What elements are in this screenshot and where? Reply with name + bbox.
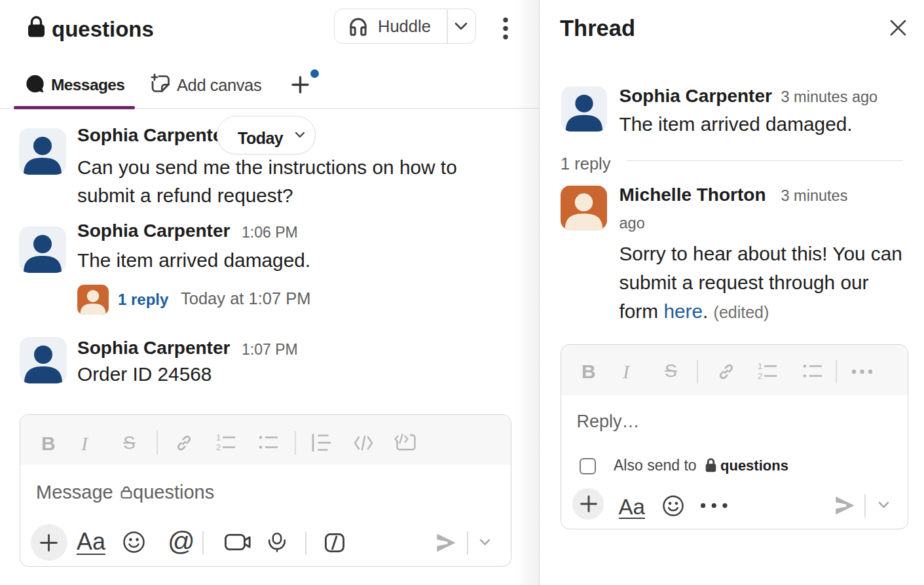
svg-text:1: 1 bbox=[758, 361, 762, 371]
svg-text:1: 1 bbox=[216, 433, 221, 442]
svg-text:2: 2 bbox=[758, 371, 762, 381]
svg-text:2: 2 bbox=[216, 442, 221, 452]
